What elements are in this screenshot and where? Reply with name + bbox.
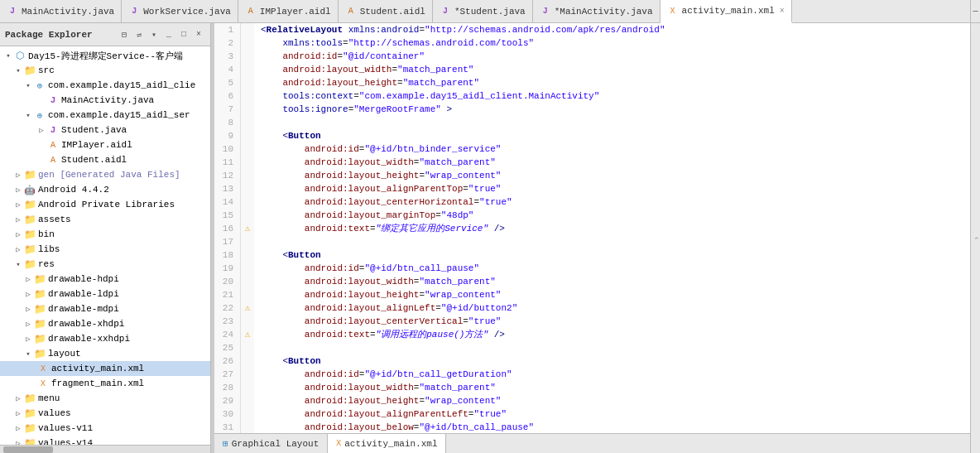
tree-item-layout[interactable]: ▾ 📁 layout xyxy=(0,346,210,361)
code-content[interactable]: android:text="绑定其它应用的Service" /> xyxy=(254,222,505,235)
line-number: 26 xyxy=(214,354,241,368)
code-content[interactable]: android:layout_centerHorizontal="true" xyxy=(254,195,512,209)
tree-item-android442[interactable]: ▷ 🤖 Android 4.4.2 xyxy=(0,182,210,197)
tree-item-drawable-mdpi[interactable]: ▷ 📁 drawable-mdpi xyxy=(0,301,210,316)
tree-item-implayer-aidl[interactable]: A IMPlayer.aidl xyxy=(0,137,210,152)
line-number: 6 xyxy=(214,89,241,103)
code-line: 4 android:layout_width="match_parent" xyxy=(214,63,970,76)
code-content[interactable]: android:text="调用远程的pause()方法" /> xyxy=(254,328,505,341)
tree-item-fragment-main-xml[interactable]: X fragment_main.xml xyxy=(0,376,210,391)
close-panel-button[interactable]: × xyxy=(192,28,205,41)
code-content[interactable]: android:layout_width="match_parent" xyxy=(254,381,496,394)
line-number: 11 xyxy=(214,156,241,169)
tab-implayer-aidl[interactable]: A IMPlayer.aidl xyxy=(238,0,339,22)
tab-student-aidl[interactable]: A Student.aidl xyxy=(339,0,433,22)
tree-item-com-server[interactable]: ▾ ⊕ com.example.day15_aidl_ser xyxy=(0,108,210,123)
code-content[interactable] xyxy=(254,116,261,129)
minimize-panel-button[interactable]: _ xyxy=(162,28,175,41)
code-content[interactable]: android:id="@+id/btn_call_pause" xyxy=(254,262,479,275)
tree-item-values-v11[interactable]: ▷ 📁 values-v11 xyxy=(0,421,210,436)
tree-item-main-activity[interactable]: J MainActivity.java xyxy=(0,93,210,108)
tree-item-values-v14[interactable]: ▷ 📁 values-v14 xyxy=(0,436,210,445)
tree-item-src[interactable]: ▾ 📁 src xyxy=(0,63,210,78)
tree-item-bin[interactable]: ▷ 📁 bin xyxy=(0,227,210,242)
tree-item-res[interactable]: ▾ 📁 res xyxy=(0,257,210,272)
code-line: 1<RelativeLayout xmlns:android="http://s… xyxy=(214,23,970,36)
code-line: 24⚠ android:text="调用远程的pause()方法" /> xyxy=(214,328,970,341)
folder-icon: 📁 xyxy=(33,287,46,301)
tree-item-drawable-hdpi[interactable]: ▷ 📁 drawable-hdpi xyxy=(0,272,210,287)
tab-activity-main-xml[interactable]: X activity_main.xml × xyxy=(661,0,792,23)
package-icon: ⊕ xyxy=(33,79,46,92)
code-content[interactable]: android:layout_height="wrap_content" xyxy=(254,394,501,407)
tab-main-activity-java[interactable]: J MainActivity.java xyxy=(0,0,122,22)
tree-item-com-client[interactable]: ▾ ⊕ com.example.day15_aidl_clie xyxy=(0,78,210,93)
code-content[interactable]: android:id="@+id/btn_call_getDuration" xyxy=(254,368,512,381)
code-line: 7 tools:ignore="MergeRootFrame" > xyxy=(214,103,970,116)
android-icon: 🤖 xyxy=(23,183,36,196)
code-content[interactable]: <Button xyxy=(254,129,321,142)
tree-arrow: ▾ xyxy=(3,51,13,60)
tab-close-button[interactable]: × xyxy=(780,7,785,16)
code-content[interactable]: tools:ignore="MergeRootFrame" > xyxy=(254,103,452,116)
tab-activity-main-xml-bottom[interactable]: X activity_main.xml xyxy=(328,434,446,453)
folder-icon: 📁 xyxy=(33,272,46,286)
tab-work-service-java[interactable]: J WorkService.java xyxy=(122,0,238,22)
code-content[interactable] xyxy=(254,235,261,248)
tree-item-drawable-xhdpi[interactable]: ▷ 📁 drawable-xhdpi xyxy=(0,316,210,331)
code-content[interactable]: android:layout_alignLeft="@+id/button2" xyxy=(254,301,517,315)
code-content[interactable]: android:layout_height="wrap_content" xyxy=(254,288,501,301)
code-content[interactable]: android:layout_alignParentTop="true" xyxy=(254,182,501,195)
code-content[interactable]: android:id="@+id/btn_binder_service" xyxy=(254,142,501,156)
tree-item-activity-main-xml[interactable]: X activity_main.xml xyxy=(0,361,210,376)
link-editor-button[interactable]: ⇌ xyxy=(132,28,146,41)
minimize-button[interactable]: — xyxy=(970,0,980,22)
horizontal-scrollbar[interactable] xyxy=(0,445,210,453)
code-content[interactable]: <Button xyxy=(254,248,321,262)
right-minimize-strip[interactable]: ‹ xyxy=(970,23,980,453)
tree-item-day15-project[interactable]: ▾ ⬡ Day15-跨进程绑定Service--客户端 xyxy=(0,48,210,63)
tree-item-android-private[interactable]: ▷ 📁 Android Private Libraries xyxy=(0,197,210,212)
line-gutter: ⚠ xyxy=(241,222,254,235)
code-content[interactable]: android:id="@id/container" xyxy=(254,50,425,63)
code-content[interactable]: android:layout_alignParentLeft="true" xyxy=(254,407,507,421)
code-editor[interactable]: 1<RelativeLayout xmlns:android="http://s… xyxy=(214,23,970,433)
tab-main-activity-java2[interactable]: J *MainActivity.java xyxy=(533,0,661,22)
tree-item-gen[interactable]: ▷ 📁 gen [Generated Java Files] xyxy=(0,167,210,182)
code-line: 29 android:layout_height="wrap_content" xyxy=(214,394,970,407)
code-content[interactable]: android:layout_centerVertical="true" xyxy=(254,315,501,328)
code-content[interactable]: android:layout_marginTop="48dp" xyxy=(254,209,473,222)
tree-item-menu[interactable]: ▷ 📁 menu xyxy=(0,391,210,406)
tree-item-student-java[interactable]: ▷ J Student.java xyxy=(0,123,210,137)
tree-item-student-aidl[interactable]: A Student.aidl xyxy=(0,152,210,167)
tree-arrow: ▷ xyxy=(13,408,23,418)
xml-tab-icon: X xyxy=(336,439,341,448)
code-content[interactable] xyxy=(254,341,261,354)
tree-item-drawable-xxhdpi[interactable]: ▷ 📁 drawable-xxhdpi xyxy=(0,331,210,346)
code-content[interactable]: tools:context="com.example.day15_aidl_cl… xyxy=(254,89,599,103)
tree-item-drawable-ldpi[interactable]: ▷ 📁 drawable-ldpi xyxy=(0,287,210,301)
line-gutter: ⚠ xyxy=(241,301,254,315)
tab-graphical-layout[interactable]: ⊞ Graphical Layout xyxy=(214,434,328,453)
code-content[interactable]: <RelativeLayout xmlns:android="http://sc… xyxy=(254,23,665,36)
code-content[interactable]: <Button xyxy=(254,354,321,368)
tree-item-assets[interactable]: ▷ 📁 assets xyxy=(0,212,210,227)
code-content[interactable]: android:layout_height="wrap_content" xyxy=(254,169,501,182)
tree-label: Android Private Libraries xyxy=(38,200,175,210)
maximize-panel-button[interactable]: □ xyxy=(177,28,190,41)
view-menu-button[interactable]: ▾ xyxy=(147,28,161,41)
scrollbar-thumb[interactable] xyxy=(3,446,53,453)
tree-label: layout xyxy=(48,349,81,359)
tree-item-libs[interactable]: ▷ 📁 libs xyxy=(0,242,210,257)
line-gutter xyxy=(241,381,254,394)
folder-icon: 📁 xyxy=(23,198,36,211)
tab-student-java[interactable]: J *Student.java xyxy=(433,0,533,22)
code-content[interactable]: android:layout_width="match_parent" xyxy=(254,63,473,76)
collapse-all-button[interactable]: ⊟ xyxy=(118,28,131,41)
code-content[interactable]: android:layout_height="match_parent" xyxy=(254,76,479,89)
tree-item-values[interactable]: ▷ 📁 values xyxy=(0,406,210,421)
code-content[interactable]: xmlns:tools="http://schemas.android.com/… xyxy=(254,36,534,50)
code-content[interactable]: android:layout_width="match_parent" xyxy=(254,156,496,169)
code-content[interactable]: android:layout_width="match_parent" xyxy=(254,275,496,288)
code-content[interactable]: android:layout_below="@+id/btn_call_paus… xyxy=(254,421,534,433)
